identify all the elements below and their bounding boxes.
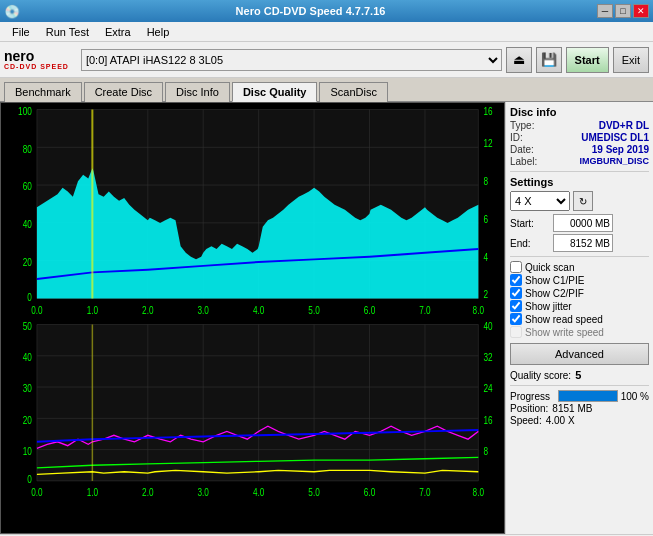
svg-text:0: 0 [27, 475, 32, 486]
progress-row: Progress 100 % [510, 390, 649, 402]
svg-text:80: 80 [23, 144, 32, 155]
svg-text:12: 12 [483, 138, 492, 149]
chart-area: 100 80 60 40 20 0 16 12 8 6 4 2 0.0 1.0 … [0, 102, 505, 534]
svg-text:2.0: 2.0 [142, 305, 153, 316]
show-jitter-row[interactable]: Show jitter [510, 300, 649, 312]
show-read-speed-row[interactable]: Show read speed [510, 313, 649, 325]
svg-text:5.0: 5.0 [308, 488, 319, 499]
maximize-button[interactable]: □ [615, 4, 631, 18]
position-value: 8151 MB [552, 403, 592, 414]
tab-scandisc[interactable]: ScanDisc [319, 82, 387, 102]
position-label: Position: [510, 403, 548, 414]
end-input[interactable] [553, 234, 613, 252]
tab-benchmark[interactable]: Benchmark [4, 82, 82, 102]
disc-date-row: Date: 19 Sep 2019 [510, 144, 649, 155]
position-row: Position: 8151 MB [510, 403, 649, 414]
svg-text:10: 10 [23, 446, 32, 457]
svg-text:7.0: 7.0 [419, 488, 430, 499]
show-write-speed-label: Show write speed [525, 327, 604, 338]
svg-text:8: 8 [483, 176, 488, 187]
quick-scan-checkbox[interactable] [510, 261, 522, 273]
svg-text:3.0: 3.0 [198, 305, 209, 316]
eject-button[interactable]: ⏏ [506, 47, 532, 73]
menu-bar: File Run Test Extra Help [0, 22, 653, 42]
svg-text:100: 100 [18, 106, 32, 117]
disc-type-row: Type: DVD+R DL [510, 120, 649, 131]
show-c2pif-row[interactable]: Show C2/PIF [510, 287, 649, 299]
app-icon: 💿 [4, 4, 20, 19]
disc-type-value: DVD+R DL [599, 120, 649, 131]
disc-label-value: IMGBURN_DISC [579, 156, 649, 167]
divider1 [510, 171, 649, 172]
svg-text:4.0: 4.0 [253, 305, 264, 316]
svg-rect-39 [37, 325, 478, 481]
svg-text:20: 20 [23, 257, 32, 268]
svg-text:2.0: 2.0 [142, 488, 153, 499]
svg-text:40: 40 [23, 219, 32, 230]
svg-text:50: 50 [23, 321, 32, 332]
svg-text:24: 24 [483, 383, 492, 394]
svg-text:8.0: 8.0 [473, 305, 484, 316]
progress-label: Progress [510, 391, 555, 402]
disc-id-row: ID: UMEDISC DL1 [510, 132, 649, 143]
title-bar: 💿 Nero CD-DVD Speed 4.7.7.16 ─ □ ✕ [0, 0, 653, 22]
side-panel: Disc info Type: DVD+R DL ID: UMEDISC DL1… [505, 102, 653, 534]
speed-select[interactable]: 4 X [510, 191, 570, 211]
start-mb-row: Start: [510, 214, 649, 232]
advanced-button[interactable]: Advanced [510, 343, 649, 365]
show-jitter-checkbox[interactable] [510, 300, 522, 312]
svg-text:3.0: 3.0 [198, 488, 209, 499]
disc-date-value: 19 Sep 2019 [592, 144, 649, 155]
nero-logo: nero CD-DVD SPEED [4, 49, 69, 70]
menu-run-test[interactable]: Run Test [38, 24, 97, 40]
quality-score-value: 5 [575, 369, 581, 381]
svg-text:5.0: 5.0 [308, 305, 319, 316]
quick-scan-row[interactable]: Quick scan [510, 261, 649, 273]
tab-create-disc[interactable]: Create Disc [84, 82, 163, 102]
svg-text:8.0: 8.0 [473, 488, 484, 499]
disc-label-label: Label: [510, 156, 537, 167]
show-jitter-label: Show jitter [525, 301, 572, 312]
disc-info-title: Disc info [510, 106, 649, 118]
speed-value: 4.00 X [546, 415, 575, 426]
drive-select[interactable]: [0:0] ATAPI iHAS122 8 3L05 [81, 49, 502, 71]
svg-text:40: 40 [483, 321, 492, 332]
svg-text:8: 8 [483, 446, 488, 457]
window-title: Nero CD-DVD Speed 4.7.7.16 [24, 5, 597, 17]
show-c2pif-checkbox[interactable] [510, 287, 522, 299]
start-input[interactable] [553, 214, 613, 232]
menu-extra[interactable]: Extra [97, 24, 139, 40]
svg-text:0.0: 0.0 [31, 488, 42, 499]
refresh-button[interactable]: ↻ [573, 191, 593, 211]
speed-display-row: Speed: 4.00 X [510, 415, 649, 426]
start-button[interactable]: Start [566, 47, 609, 73]
svg-text:20: 20 [23, 415, 32, 426]
progress-value: 100 % [621, 391, 649, 402]
disc-id-label: ID: [510, 132, 523, 143]
show-c2pif-label: Show C2/PIF [525, 288, 584, 299]
svg-text:4.0: 4.0 [253, 488, 264, 499]
progress-bar [558, 390, 618, 402]
show-c1pie-row[interactable]: Show C1/PIE [510, 274, 649, 286]
menu-file[interactable]: File [4, 24, 38, 40]
menu-help[interactable]: Help [139, 24, 178, 40]
save-button[interactable]: 💾 [536, 47, 562, 73]
svg-text:32: 32 [483, 352, 492, 363]
speed-label: Speed: [510, 415, 542, 426]
show-read-speed-checkbox[interactable] [510, 313, 522, 325]
tab-disc-quality[interactable]: Disc Quality [232, 82, 318, 102]
tab-disc-info[interactable]: Disc Info [165, 82, 230, 102]
exit-button[interactable]: Exit [613, 47, 649, 73]
close-button[interactable]: ✕ [633, 4, 649, 18]
progress-bar-fill [559, 391, 617, 401]
svg-text:16: 16 [483, 415, 492, 426]
show-c1pie-label: Show C1/PIE [525, 275, 584, 286]
disc-label-row: Label: IMGBURN_DISC [510, 156, 649, 167]
svg-text:2: 2 [483, 290, 488, 301]
minimize-button[interactable]: ─ [597, 4, 613, 18]
show-c1pie-checkbox[interactable] [510, 274, 522, 286]
show-write-speed-checkbox [510, 326, 522, 338]
show-write-speed-row[interactable]: Show write speed [510, 326, 649, 338]
svg-text:1.0: 1.0 [87, 305, 98, 316]
svg-text:40: 40 [23, 352, 32, 363]
